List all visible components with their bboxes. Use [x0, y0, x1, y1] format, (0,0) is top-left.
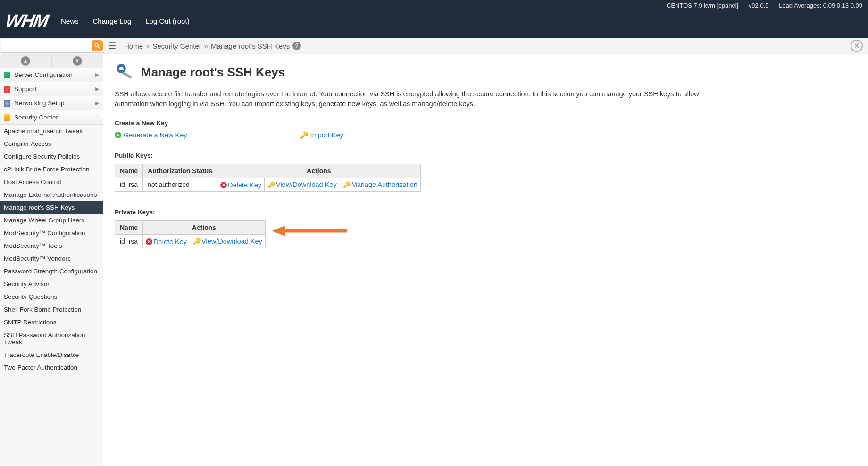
nav-collapse-up[interactable]: ▲: [0, 54, 52, 68]
table-row: id_rsa ✕ Delete Key 🔑 View/Download Key: [115, 235, 266, 248]
top-nav: WHM News Change Log Log Out (root): [0, 11, 868, 38]
link-label: Import Key: [310, 131, 343, 139]
ssh-key-icon: SSH: [115, 63, 136, 82]
search-input[interactable]: [2, 41, 92, 51]
view-download-key-link[interactable]: 🔑View/Download Key: [267, 181, 337, 188]
breadcrumb-section[interactable]: Security Center: [152, 42, 201, 50]
sidebar-group-label: Server Configuration: [14, 71, 73, 78]
sidebar-item[interactable]: Host Access Control: [0, 176, 103, 188]
link-label: View/Download Key: [201, 237, 262, 245]
nav-changelog[interactable]: Change Log: [92, 17, 131, 25]
nav-news[interactable]: News: [61, 17, 79, 25]
page-title: Manage root's SSH Keys: [141, 65, 285, 80]
key-icon: 🔑: [300, 131, 308, 139]
table-row: id_rsa not authorized ✕Delete Key 🔑View/…: [115, 178, 421, 192]
link-label: Delete Key: [153, 238, 187, 246]
private-keys-label: Private Keys:: [115, 209, 857, 216]
page-title-row: SSH Manage root's SSH Keys: [115, 63, 857, 82]
link-label: Generate a New Key: [124, 131, 187, 139]
auth-icon: 🔑: [343, 181, 351, 188]
sidebar-item[interactable]: cPHulk Brute Force Protection: [0, 163, 103, 176]
sidebar-item[interactable]: ModSecurity™ Vendors: [0, 252, 103, 265]
key-name: id_rsa: [115, 178, 143, 192]
key-icon: 🔑: [193, 237, 200, 245]
table-header-row: Name Authorization Status Actions: [115, 164, 421, 178]
arrow-annotation-icon: [272, 224, 347, 239]
svg-point-0: [95, 43, 98, 47]
sidebar-group-support[interactable]: Support ▶: [0, 82, 103, 96]
whm-logo[interactable]: WHM: [4, 11, 50, 31]
top-header: CENTOS 7.9 kvm [cpanel] v92.0.5 Load Ave…: [0, 0, 868, 38]
load-averages: Load Averages: 0.09 0.13 0.09: [779, 2, 862, 9]
sidebar-item[interactable]: ModSecurity™ Tools: [0, 239, 103, 252]
add-icon: +: [115, 132, 121, 138]
key-icon: 🔑: [267, 181, 275, 188]
delete-key-link[interactable]: ✕Delete Key: [220, 181, 261, 189]
table-header-row: Name Actions: [115, 221, 266, 235]
svg-marker-7: [272, 226, 285, 236]
sidebar-group-label: Security Center: [14, 114, 58, 121]
delete-icon: ✕: [146, 238, 152, 245]
os-label: CENTOS 7.9 kvm [cpanel]: [667, 2, 738, 9]
key-status: not authorized: [143, 178, 217, 192]
breadcrumb-sep: »: [146, 42, 150, 50]
network-icon: [4, 100, 10, 107]
main-content: SSH Manage root's SSH Keys SSH allows se…: [103, 54, 868, 465]
col-name: Name: [115, 164, 143, 178]
breadcrumb: Home » Security Center » Manage root's S…: [119, 38, 848, 54]
public-keys-table: Name Authorization Status Actions id_rsa…: [115, 164, 421, 192]
col-auth-status: Authorization Status: [143, 164, 217, 178]
sidebar-item[interactable]: Security Questions: [0, 290, 103, 303]
sidebar-item[interactable]: Security Advisor: [0, 278, 103, 290]
sidebar-item[interactable]: Manage Wheel Group Users: [0, 214, 103, 227]
sidebar: ▲ ▼ Server Configuration ▶ Support ▶ Net…: [0, 54, 103, 465]
sidebar-item[interactable]: Manage root's SSH Keys: [0, 201, 103, 214]
lock-icon: [4, 114, 10, 121]
sidebar-item[interactable]: Password Strength Configuration: [0, 265, 103, 278]
generate-new-key-link[interactable]: + Generate a New Key: [115, 131, 187, 139]
breadcrumb-home[interactable]: Home: [124, 42, 143, 50]
sidebar-item[interactable]: Compiler Access: [0, 137, 103, 150]
sidebar-group-networking[interactable]: Networking Setup ▶: [0, 96, 103, 110]
public-keys-label: Public Keys:: [115, 152, 857, 159]
link-label: View/Download Key: [276, 181, 337, 188]
delete-key-link[interactable]: ✕ Delete Key: [146, 238, 187, 246]
nav-logout[interactable]: Log Out (root): [145, 17, 189, 25]
view-download-key-link[interactable]: 🔑 View/Download Key: [193, 237, 262, 245]
help-icon[interactable]: ?: [292, 42, 301, 50]
search-button[interactable]: [92, 40, 103, 51]
link-label: Manage Authorization: [351, 181, 417, 188]
col-actions: Actions: [217, 164, 421, 178]
col-actions: Actions: [143, 221, 266, 235]
sidebar-item[interactable]: Apache mod_userdir Tweak: [0, 125, 103, 137]
chevron-down-icon: ˅: [96, 114, 99, 120]
sidebar-group-server-configuration[interactable]: Server Configuration ▶: [0, 68, 103, 82]
sidebar-item[interactable]: SSH Password Authorization Tweak: [0, 329, 103, 348]
private-keys-table: Name Actions id_rsa ✕ Delete Key �: [115, 220, 266, 248]
sidebar-item[interactable]: SMTP Restrictions: [0, 316, 103, 329]
create-key-actions: + Generate a New Key 🔑 Import Key: [115, 131, 857, 139]
status-bar: CENTOS 7.9 kvm [cpanel] v92.0.5 Load Ave…: [0, 0, 868, 11]
breadcrumb-current: Manage root's SSH Keys: [211, 42, 290, 50]
import-key-link[interactable]: 🔑 Import Key: [300, 131, 343, 139]
nav-collapse-down[interactable]: ▼: [52, 54, 103, 68]
sidebar-item[interactable]: Configure Security Policies: [0, 150, 103, 163]
version-label: v92.0.5: [749, 2, 769, 9]
sidebar-item[interactable]: Manage External Authentications: [0, 188, 103, 201]
manage-authorization-link[interactable]: 🔑Manage Authorization: [343, 181, 417, 188]
sidebar-item[interactable]: Shell Fork Bomb Protection: [0, 303, 103, 316]
sidebar-toggle-icon[interactable]: ☰: [105, 38, 119, 54]
breadcrumb-sep: »: [204, 42, 208, 50]
layout: ▲ ▼ Server Configuration ▶ Support ▶ Net…: [0, 54, 868, 465]
nav-controls: ▲ ▼: [0, 54, 103, 68]
close-icon[interactable]: ✕: [851, 40, 863, 52]
link-label: Delete Key: [228, 181, 261, 189]
sidebar-item[interactable]: Traceroute Enable/Disable: [0, 348, 103, 361]
sub-header: ☰ Home » Security Center » Manage root's…: [0, 38, 868, 54]
chevron-right-icon: ▶: [95, 100, 99, 106]
key-name: id_rsa: [115, 235, 143, 248]
sidebar-item[interactable]: Two-Factor Authentication: [0, 361, 103, 374]
sidebar-group-security-center[interactable]: Security Center ˅: [0, 110, 103, 125]
sidebar-item[interactable]: ModSecurity™ Configuration: [0, 227, 103, 239]
create-new-key-label: Create a New Key: [115, 119, 857, 127]
